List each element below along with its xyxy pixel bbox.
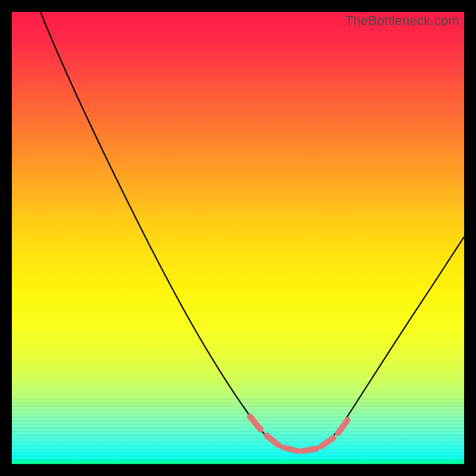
- plot-gradient-background: [12, 12, 464, 464]
- chart-frame: TheBottleneck.com: [12, 12, 464, 464]
